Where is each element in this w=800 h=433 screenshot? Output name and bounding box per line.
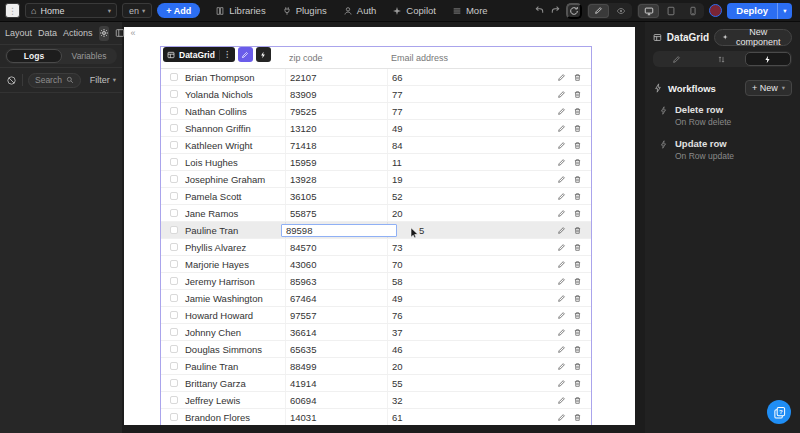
- row-checkbox[interactable]: [170, 158, 178, 166]
- cell-email[interactable]: 37: [387, 324, 553, 340]
- edit-row-button[interactable]: [553, 226, 569, 235]
- cell-zip[interactable]: 22107: [285, 69, 387, 85]
- new-workflow-button[interactable]: + New ▾: [745, 80, 792, 96]
- refresh-button[interactable]: [566, 3, 582, 19]
- tab-sort[interactable]: [699, 52, 743, 66]
- nav-copilot[interactable]: Copilot: [385, 3, 443, 18]
- app-menu-button[interactable]: ⋮: [5, 3, 20, 18]
- cell-zip[interactable]: 36614: [285, 324, 387, 340]
- cell-name[interactable]: Jamie Washington: [181, 293, 285, 304]
- cell-name[interactable]: Pauline Tran: [181, 361, 285, 372]
- cell-name[interactable]: Jeffrey Lewis: [181, 395, 285, 406]
- table-row[interactable]: Brandon Flores1403161: [161, 409, 591, 425]
- edit-row-button[interactable]: [553, 192, 569, 201]
- column-header-email[interactable]: Email address: [387, 53, 553, 63]
- cell-email[interactable]: 76: [387, 307, 553, 323]
- cell-email[interactable]: 77: [387, 86, 553, 102]
- delete-row-button[interactable]: [569, 396, 585, 405]
- table-row[interactable]: Pauline Tran8849920: [161, 358, 591, 375]
- row-checkbox[interactable]: [170, 260, 178, 268]
- row-checkbox[interactable]: [170, 345, 178, 353]
- tab-logs[interactable]: Logs: [6, 49, 62, 63]
- row-checkbox[interactable]: [170, 73, 178, 81]
- cell-name[interactable]: Shannon Griffin: [181, 123, 285, 134]
- table-row[interactable]: Yolanda Nichols8390977: [161, 86, 591, 103]
- table-row[interactable]: Pauline Tran5: [161, 222, 591, 239]
- nav-libraries[interactable]: Libraries: [208, 3, 272, 18]
- nav-plugins[interactable]: Plugins: [275, 3, 334, 18]
- edit-row-button[interactable]: [553, 294, 569, 303]
- delete-row-button[interactable]: [569, 243, 585, 252]
- cell-email[interactable]: 19: [387, 171, 553, 187]
- delete-row-button[interactable]: [569, 158, 585, 167]
- cell-email[interactable]: 66: [387, 69, 553, 85]
- edit-row-button[interactable]: [553, 362, 569, 371]
- cell-zip[interactable]: 43060: [285, 256, 387, 272]
- row-checkbox[interactable]: [170, 141, 178, 149]
- cell-zip[interactable]: 71418: [285, 137, 387, 153]
- table-row[interactable]: Josephine Graham1392819: [161, 171, 591, 188]
- edit-row-button[interactable]: [553, 379, 569, 388]
- new-component-button[interactable]: New component: [714, 29, 792, 46]
- filter-dropdown[interactable]: Filter ▾: [90, 75, 116, 85]
- cell-zip[interactable]: 83909: [285, 86, 387, 102]
- edit-row-button[interactable]: [553, 209, 569, 218]
- cell-name[interactable]: Nathan Collins: [181, 106, 285, 117]
- cell-zip[interactable]: 88499: [285, 358, 387, 374]
- tab-actions[interactable]: Actions: [63, 28, 93, 38]
- delete-row-button[interactable]: [569, 413, 585, 422]
- edit-row-button[interactable]: [553, 396, 569, 405]
- delete-row-button[interactable]: [569, 362, 585, 371]
- cell-zip[interactable]: 13120: [285, 120, 387, 136]
- table-row[interactable]: Pamela Scott3610552: [161, 188, 591, 205]
- row-checkbox[interactable]: [170, 328, 178, 336]
- cell-email[interactable]: 58: [387, 273, 553, 289]
- cell-name[interactable]: Johnny Chen: [181, 327, 285, 338]
- cell-zip[interactable]: 97557: [285, 307, 387, 323]
- table-row[interactable]: Douglas Simmons6563546: [161, 341, 591, 358]
- cell-email[interactable]: 77: [387, 103, 553, 119]
- cell-zip[interactable]: 84570: [285, 239, 387, 255]
- cell-name[interactable]: Marjorie Hayes: [181, 259, 285, 270]
- row-checkbox[interactable]: [170, 243, 178, 251]
- delete-row-button[interactable]: [569, 345, 585, 354]
- cell-name[interactable]: Howard Howard: [181, 310, 285, 321]
- table-row[interactable]: Brittany Garza4191455: [161, 375, 591, 392]
- cell-zip[interactable]: 79525: [285, 103, 387, 119]
- cell-name[interactable]: Brian Thompson: [181, 72, 285, 83]
- settings-gear-button[interactable]: [99, 26, 109, 41]
- nav-more[interactable]: More: [445, 3, 495, 18]
- component-workflows-button[interactable]: [256, 47, 271, 62]
- cell-name[interactable]: Phyllis Alvarez: [181, 242, 285, 253]
- delete-row-button[interactable]: [569, 328, 585, 337]
- collapse-panel-button[interactable]: «: [131, 28, 136, 38]
- component-menu-icon[interactable]: ⋮: [219, 50, 231, 60]
- row-checkbox[interactable]: [170, 277, 178, 285]
- edit-row-button[interactable]: [553, 141, 569, 150]
- table-row[interactable]: Howard Howard9755776: [161, 307, 591, 324]
- delete-row-button[interactable]: [569, 124, 585, 133]
- table-row[interactable]: Marjorie Hayes4306070: [161, 256, 591, 273]
- edit-row-button[interactable]: [553, 107, 569, 116]
- cell-name[interactable]: Jeremy Harrison: [181, 276, 285, 287]
- row-checkbox[interactable]: [170, 396, 178, 404]
- table-row[interactable]: Lois Hughes1595911: [161, 154, 591, 171]
- cell-email[interactable]: 11: [387, 154, 553, 170]
- tab-styles[interactable]: [654, 52, 698, 66]
- undo-button[interactable]: [534, 5, 545, 16]
- cell-email[interactable]: 20: [387, 358, 553, 374]
- cell-name[interactable]: Brandon Flores: [181, 412, 285, 423]
- cell-email[interactable]: 55: [387, 375, 553, 391]
- cell-email[interactable]: 20: [387, 205, 553, 221]
- row-checkbox[interactable]: [170, 209, 178, 217]
- delete-row-button[interactable]: [569, 277, 585, 286]
- cell-zip[interactable]: 41914: [285, 375, 387, 391]
- cell-email[interactable]: 46: [387, 341, 553, 357]
- deploy-button[interactable]: Deploy: [727, 3, 777, 19]
- table-row[interactable]: Kathleen Wright7141884: [161, 137, 591, 154]
- delete-row-button[interactable]: [569, 226, 585, 235]
- row-checkbox[interactable]: [170, 124, 178, 132]
- table-row[interactable]: Jeffrey Lewis6069432: [161, 392, 591, 409]
- cell-zip[interactable]: 13928: [285, 171, 387, 187]
- row-checkbox[interactable]: [170, 175, 178, 183]
